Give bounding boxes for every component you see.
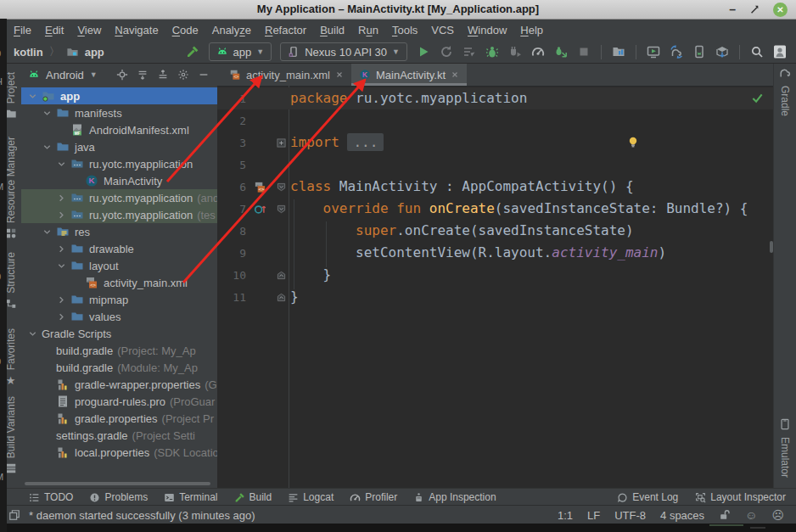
close-tab-icon[interactable] [335, 70, 344, 79]
menu-analyze[interactable]: Analyze [205, 24, 258, 36]
toolwindow-button-layout-inspector[interactable]: Layout Inspector [695, 491, 786, 503]
tree-item-drawable[interactable]: drawable [21, 240, 217, 257]
minimize-button[interactable]: – [729, 5, 736, 14]
search-everywhere-button[interactable] [749, 44, 765, 59]
chevron-collapsed-icon[interactable] [57, 312, 70, 322]
tree-item-mipmap[interactable]: mipmap [21, 291, 217, 308]
caret-position[interactable]: 1:1 [558, 509, 573, 522]
tree-item-androidmanifest-xml[interactable]: MFAndroidManifest.xml [21, 121, 217, 138]
gradle-sync-button[interactable] [669, 44, 684, 59]
device-select[interactable]: Nexus 10 API 30 ▼ [280, 42, 407, 61]
toolwindow-button-event-log[interactable]: Event Log [617, 491, 678, 503]
tree-item-settings-gradle-project-setti[interactable]: settings.gradle(Project Setti [21, 427, 217, 444]
toolwindow-button-app-inspection[interactable]: App Inspection [413, 491, 496, 503]
intention-bulb-icon[interactable] [626, 136, 640, 149]
breadcrumb-target[interactable]: app [85, 46, 104, 59]
toolwindow-button-problems[interactable]: Problems [89, 491, 148, 503]
chevron-expanded-icon[interactable] [57, 261, 70, 271]
tree-item-manifests[interactable]: manifests [21, 104, 217, 121]
menu-navigate[interactable]: Navigate [108, 24, 165, 36]
menu-edit[interactable]: Edit [38, 24, 70, 36]
settings-gear-icon[interactable] [176, 68, 190, 82]
tree-item-local-properties-sdk-locatio[interactable]: local.properties(SDK Locatio [21, 444, 217, 461]
stripe-tab-emulator[interactable]: Emulator [774, 418, 796, 478]
tree-item-proguard-rules-pro-proguar[interactable]: proguard-rules.pro(ProGuar [21, 393, 217, 410]
editor-tab-mainactivity-kt[interactable]: KMainActivity.kt [351, 64, 467, 86]
related-layout-icon[interactable]: <> [254, 181, 266, 193]
menu-vcs[interactable]: VCS [424, 24, 461, 36]
chevron-expanded-icon[interactable] [42, 143, 56, 152]
apply-changes-button[interactable] [439, 44, 454, 59]
restore-button[interactable] [749, 4, 760, 14]
close-tab-icon[interactable] [451, 70, 459, 79]
indent-style[interactable]: 4 spaces [660, 509, 704, 522]
title-bar[interactable]: My Application – MainActivity.kt [My_App… [0, 0, 796, 20]
tree-item-gradle-scripts[interactable]: Gradle Scripts [21, 325, 217, 342]
tree-item-activity-main-xml[interactable]: <>activity_main.xml [21, 274, 217, 291]
attach-debugger-process-button[interactable] [553, 44, 569, 59]
profile-avatar[interactable] [772, 44, 788, 59]
chevron-collapsed-icon[interactable] [57, 295, 70, 305]
sad-face-icon[interactable]: ☹ [771, 509, 784, 521]
tree-item-gradle-wrapper-properties-g[interactable]: gradle-wrapper.properties(G [21, 376, 217, 393]
tree-item-ru-yotc-myapplication-tes[interactable]: ru.yotc.myapplication(tes [21, 206, 217, 223]
chevron-expanded-icon[interactable] [28, 92, 42, 101]
tree-item-build-gradle-project-my-ap[interactable]: build.gradle(Project: My_Ap [21, 342, 217, 359]
avd-manager-button[interactable] [692, 44, 707, 59]
menu-build[interactable]: Build [313, 24, 351, 36]
horizontal-scrollbar[interactable] [25, 482, 210, 485]
tree-item-app[interactable]: app [21, 87, 217, 104]
toolwindow-button-profiler[interactable]: Profiler [350, 491, 397, 503]
chevron-collapsed-icon[interactable] [57, 210, 70, 220]
tree-item-ru-yotc-myapplication-and[interactable]: ru.yotc.myapplication(and [21, 189, 217, 206]
run-device-button[interactable] [646, 44, 661, 59]
toggle-toolwindows-icon[interactable] [8, 509, 20, 521]
build-hammer-button[interactable] [185, 44, 200, 59]
fold-marker-icon[interactable] [277, 182, 286, 192]
menu-file[interactable]: File [7, 24, 38, 36]
chevron-expanded-icon[interactable] [42, 227, 56, 237]
expand-all-button[interactable] [135, 68, 149, 82]
run-button[interactable] [416, 44, 431, 59]
stripe-tab-gradle[interactable]: Gradle [774, 67, 796, 116]
close-button[interactable]: ✕ [773, 3, 788, 17]
chevron-collapsed-icon[interactable] [57, 193, 70, 203]
debug-button[interactable] [485, 44, 500, 59]
attach-debugger-button[interactable] [507, 44, 523, 59]
fold-marker-icon[interactable] [277, 293, 286, 302]
status-message[interactable]: * daemon started successfully (3 minutes… [29, 509, 255, 522]
menu-view[interactable]: View [70, 24, 108, 36]
tree-item-mainactivity[interactable]: KMainActivity [21, 172, 217, 189]
tree-item-layout[interactable]: layout [21, 257, 217, 274]
breadcrumb[interactable]: kotlin 〉 app [14, 44, 104, 59]
chevron-expanded-icon[interactable] [42, 109, 56, 118]
menu-refactor[interactable]: Refactor [258, 24, 313, 36]
collapse-all-button[interactable] [155, 68, 170, 82]
stop-button[interactable] [576, 44, 591, 59]
tree-item-ru-yotc-myapplication[interactable]: ru.yotc.myapplication [21, 155, 217, 172]
line-separator[interactable]: LF [587, 509, 600, 522]
tree-item-java[interactable]: java [21, 138, 217, 155]
fold-marker-icon[interactable] [277, 271, 286, 280]
breadcrumb-module[interactable]: kotlin [14, 46, 43, 59]
fold-marker-icon[interactable] [277, 138, 286, 148]
editor-tab-activity-main-xml[interactable]: <>activity_main.xml [221, 64, 351, 86]
tree-item-gradle-properties-project-pr[interactable]: gradle.properties(Project Pr [21, 410, 217, 427]
chevron-expanded-icon[interactable] [57, 160, 70, 169]
locate-file-button[interactable] [115, 68, 129, 82]
menu-window[interactable]: Window [461, 24, 513, 36]
menu-code[interactable]: Code [165, 24, 205, 36]
apply-code-changes-button[interactable] [462, 44, 477, 59]
sdk-manager-button[interactable] [715, 44, 730, 59]
chevron-collapsed-icon[interactable] [57, 244, 70, 254]
project-view-selector[interactable]: Android [46, 69, 84, 81]
fold-marker-icon[interactable] [277, 204, 286, 214]
inspection-ok-icon[interactable] [751, 92, 764, 104]
profiler-button[interactable] [530, 44, 546, 59]
menu-help[interactable]: Help [513, 24, 550, 36]
tree-item-build-gradle-module-my-ap[interactable]: build.gradle(Module: My_Ap [21, 359, 217, 376]
toolwindow-button-todo[interactable]: TODO [29, 491, 73, 503]
toolwindow-button-terminal[interactable]: Terminal [164, 491, 217, 503]
run-configuration-select[interactable]: app ▼ [209, 42, 272, 61]
code-editor[interactable]: 1package ru.yotc.myapplication23import .… [217, 86, 774, 488]
